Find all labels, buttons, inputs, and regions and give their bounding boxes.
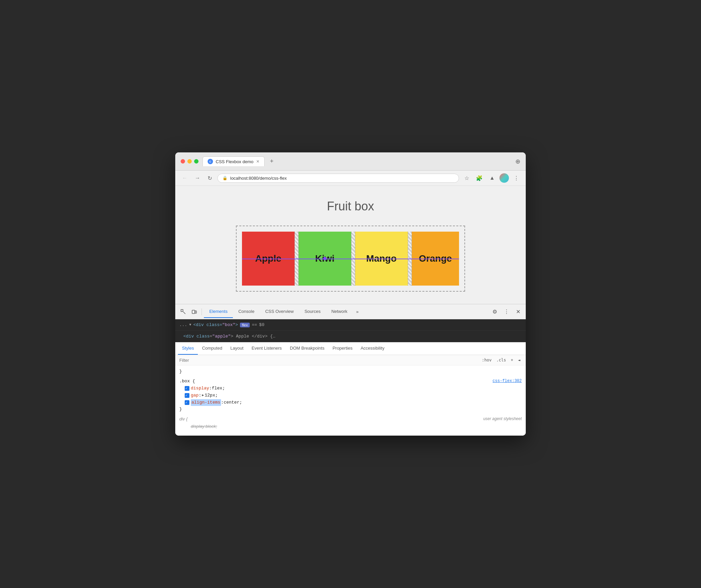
styles-filter-input[interactable] <box>179 358 478 363</box>
css-semicolon-2: ; <box>215 392 218 399</box>
toggle-sidebar-button[interactable]: ◄ <box>517 357 522 363</box>
tab-bar: C CSS Flexbox demo ✕ + <box>203 156 511 166</box>
subtab-computed[interactable]: Computed <box>198 342 226 355</box>
new-tab-button[interactable]: + <box>267 156 276 166</box>
gap-3 <box>408 232 412 286</box>
devtools-separator <box>202 308 202 315</box>
dom-attr-name: class <box>206 322 219 327</box>
gap-2 <box>351 232 355 286</box>
gap-1 <box>295 232 299 286</box>
add-style-button[interactable]: + <box>510 357 515 363</box>
devtools-more-button[interactable]: ⋮ <box>501 306 512 317</box>
nav-actions: ☆ 🧩 ▲ ⋮ <box>462 173 521 183</box>
dom-child-preview: <div class="apple"> Apple </div> {… <box>175 331 526 342</box>
back-button[interactable]: ← <box>180 174 189 182</box>
subtab-properties[interactable]: Properties <box>329 342 357 355</box>
tab-network[interactable]: Network <box>326 305 353 318</box>
page-title: Fruit box <box>327 199 374 213</box>
css-selector: .box { <box>179 379 195 384</box>
dom-expand-icon[interactable]: ▼ <box>189 323 191 327</box>
css-box-rule: .box { css-flex:302 display : flex ; <box>179 378 522 413</box>
more-tabs-button[interactable]: » <box>353 307 362 316</box>
css-colon: : <box>209 385 212 392</box>
device-toolbar-button[interactable] <box>189 307 200 317</box>
css-checkbox-align[interactable] <box>185 400 189 405</box>
tab-elements[interactable]: Elements <box>204 305 233 318</box>
cls-button[interactable]: .cls <box>495 357 508 363</box>
browser-window: C CSS Flexbox demo ✕ + ⊕ ← → ↻ 🔒 localho… <box>175 152 526 435</box>
css-checkbox-display-block <box>185 424 189 429</box>
css-property-display[interactable]: display <box>191 385 209 392</box>
avatar[interactable] <box>499 173 509 183</box>
css-source-link[interactable]: css-flex:302 <box>493 378 522 384</box>
tab-favicon: C <box>208 159 213 164</box>
tab-label: CSS Flexbox demo <box>216 159 253 164</box>
extensions-button[interactable]: 🧩 <box>474 174 485 183</box>
minimize-button[interactable] <box>187 159 192 164</box>
title-bar: C CSS Flexbox demo ✕ + ⊕ <box>175 152 526 171</box>
dom-attr-value: "box" <box>222 322 235 327</box>
filter-actions: :hov .cls + ◄ <box>481 357 522 363</box>
css-property-align-items[interactable]: align-items <box>191 399 221 406</box>
css-prop-display-block: display : block ; <box>179 423 522 430</box>
flexbox-items: Apple Kiwi Mango Orange <box>242 232 459 286</box>
page-content: Fruit box Apple Kiwi Mango Orange <box>175 186 526 304</box>
forward-button[interactable]: → <box>193 174 202 182</box>
css-prop-display: display : flex ; <box>179 385 522 392</box>
css-checkbox-gap[interactable] <box>185 393 189 398</box>
devtools-close-button[interactable]: ✕ <box>513 306 523 317</box>
css-value-align-items[interactable]: center <box>224 399 240 406</box>
subtab-layout[interactable]: Layout <box>226 342 247 355</box>
gap-expand-icon[interactable]: ▶ <box>202 393 204 398</box>
subtab-accessibility[interactable]: Accessibility <box>357 342 389 355</box>
traffic-lights <box>181 159 199 164</box>
css-prop-align-items: align-items : center ; <box>179 399 522 406</box>
dom-child-text: <div class="apple"> Apple </div> {… <box>183 334 275 339</box>
inspect-element-button[interactable] <box>178 307 189 317</box>
dom-ellipsis: ... <box>179 322 187 327</box>
close-button[interactable] <box>181 159 185 164</box>
css-div-rule: div { user agent stylesheet display : bl… <box>179 416 522 430</box>
css-value-display[interactable]: flex <box>212 385 222 392</box>
css-div-rule-header: div { user agent stylesheet <box>179 416 522 423</box>
css-checkbox-display[interactable] <box>185 386 189 391</box>
subtab-dom-breakpoints[interactable]: DOM Breakpoints <box>286 342 329 355</box>
css-empty-rule: } <box>179 368 522 375</box>
window-controls: ⊕ <box>515 158 520 165</box>
tab-console[interactable]: Console <box>233 305 260 318</box>
subtab-event-listeners[interactable]: Event Listeners <box>247 342 286 355</box>
menu-button[interactable]: ⋮ <box>512 174 521 183</box>
browser-tab[interactable]: C CSS Flexbox demo ✕ <box>203 156 265 166</box>
tab-sources[interactable]: Sources <box>299 305 326 318</box>
svg-rect-2 <box>195 311 196 313</box>
css-rule-header: .box { css-flex:302 <box>179 378 522 385</box>
devtools-toolbar: Elements Console CSS Overview Sources Ne… <box>175 304 526 319</box>
devtools-tabs: Elements Console CSS Overview Sources Ne… <box>204 305 490 318</box>
devtools-settings-button[interactable]: ⚙ <box>490 306 500 317</box>
dom-open-tag: <div class="box"> <box>193 322 238 327</box>
css-value-gap[interactable]: 12px <box>205 392 215 399</box>
css-semicolon-1: ; <box>222 385 225 392</box>
subtab-styles[interactable]: Styles <box>178 342 198 355</box>
subpanel-tabs: Styles Computed Layout Event Listeners D… <box>175 342 526 355</box>
nav-bar: ← → ↻ 🔒 localhost:8080/demo/css-flex ☆ 🧩… <box>175 171 526 186</box>
profile-button[interactable]: ▲ <box>487 174 497 182</box>
css-colon-2: : <box>199 392 201 399</box>
address-bar[interactable]: 🔒 localhost:8080/demo/css-flex <box>217 174 459 183</box>
user-agent-label: user agent stylesheet <box>483 416 522 422</box>
svg-rect-1 <box>192 310 195 314</box>
reload-button[interactable]: ↻ <box>206 174 214 183</box>
lock-icon: 🔒 <box>222 176 227 180</box>
dom-tag-name: div <box>196 322 204 327</box>
flexbox-demo-container: Apple Kiwi Mango Orange <box>236 226 465 292</box>
css-value-display-block: block <box>206 423 216 430</box>
css-semicolon-ua: ; <box>216 423 217 430</box>
styles-panel: :hov .cls + ◄ } .box { css-flex:302 <box>175 355 526 435</box>
bookmark-button[interactable]: ☆ <box>462 174 471 183</box>
tab-css-overview[interactable]: CSS Overview <box>260 305 299 318</box>
fruit-apple: Apple <box>242 232 295 286</box>
maximize-button[interactable] <box>194 159 199 164</box>
css-property-gap[interactable]: gap <box>191 392 199 399</box>
hov-button[interactable]: :hov <box>481 357 493 363</box>
tab-close-icon[interactable]: ✕ <box>256 159 260 164</box>
